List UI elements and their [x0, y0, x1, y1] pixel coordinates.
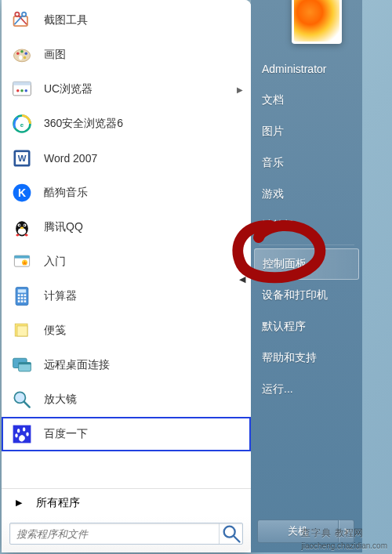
- program-label: 酷狗音乐: [44, 186, 245, 200]
- program-label: 360安全浏览器6: [44, 117, 245, 131]
- svg-text:K: K: [18, 186, 26, 199]
- svg-text:W: W: [18, 154, 27, 163]
- right-item-pictures[interactable]: 图片: [251, 116, 362, 147]
- program-label: UC浏览器: [44, 82, 237, 96]
- flower-icon: [294, 0, 339, 42]
- uc-icon: [9, 77, 34, 102]
- right-item-help[interactable]: 帮助和支持: [251, 342, 362, 374]
- svg-point-13: [16, 89, 20, 92]
- qq-icon: [9, 215, 34, 240]
- right-item-label: 设备和打印机: [262, 288, 328, 302]
- all-programs-button[interactable]: ▶ 所有程序: [2, 488, 251, 516]
- all-programs-label: 所有程序: [36, 496, 80, 510]
- search-button[interactable]: [219, 523, 242, 544]
- user-name-item[interactable]: Administrator: [251, 53, 362, 85]
- right-item-label: 游戏: [262, 187, 284, 201]
- magnifier-icon: [9, 387, 34, 412]
- svg-rect-39: [21, 297, 24, 299]
- svg-rect-42: [21, 300, 24, 302]
- program-item-rdp[interactable]: 远程桌面连接: [2, 348, 251, 382]
- right-item-games[interactable]: 游戏: [251, 179, 362, 210]
- program-item-notes[interactable]: 便笺: [2, 313, 251, 348]
- svg-rect-38: [18, 297, 20, 299]
- svg-point-27: [19, 225, 20, 226]
- right-item-music[interactable]: 音乐: [251, 147, 362, 179]
- calc-icon: [9, 284, 34, 309]
- program-item-baidu[interactable]: 百度一下: [2, 417, 251, 451]
- svg-line-57: [234, 537, 239, 542]
- program-label: 放大镜: [44, 393, 245, 407]
- svg-point-52: [17, 429, 20, 433]
- program-item-start[interactable]: 入门: [2, 244, 251, 279]
- svg-point-29: [20, 227, 24, 230]
- right-item-devices-printers[interactable]: 设备和打印机: [251, 280, 362, 311]
- program-item-paint[interactable]: 画图: [2, 38, 251, 72]
- right-item-label: 默认程序: [262, 320, 306, 334]
- svg-rect-48: [19, 363, 31, 365]
- paint-icon: [9, 42, 34, 67]
- program-label: 计算器: [44, 289, 245, 303]
- program-label: 腾讯QQ: [44, 220, 245, 234]
- program-item-360[interactable]: e360安全浏览器6: [2, 107, 251, 141]
- svg-point-6: [16, 53, 20, 56]
- svg-point-7: [20, 50, 24, 53]
- svg-point-10: [19, 55, 22, 60]
- program-item-magnifier[interactable]: 放大镜: [2, 382, 251, 417]
- search-box: [9, 523, 243, 545]
- program-label: 截图工具: [44, 13, 245, 27]
- watermark: 查字典 教程网 jiaocheng.chazidian.com: [301, 527, 387, 551]
- svg-rect-31: [14, 255, 29, 259]
- program-item-calc[interactable]: 计算器: [2, 279, 251, 313]
- right-item-documents[interactable]: 文档: [251, 85, 362, 116]
- svg-point-14: [20, 89, 24, 92]
- svg-point-28: [24, 225, 25, 226]
- svg-point-53: [23, 427, 26, 431]
- submenu-caret-icon: ◀: [239, 274, 245, 284]
- separator: [259, 244, 354, 245]
- user-picture[interactable]: [292, 0, 342, 44]
- snip-icon: [9, 8, 34, 33]
- chevron-right-icon: ▶: [237, 85, 245, 94]
- kugou-icon: K: [9, 180, 34, 205]
- right-item-computer[interactable]: 计算机: [251, 210, 362, 241]
- svg-rect-41: [18, 300, 20, 302]
- svg-text:e: e: [20, 121, 24, 129]
- program-item-kugou[interactable]: K酷狗音乐: [2, 176, 251, 210]
- program-label: Word 2007: [44, 152, 245, 165]
- program-item-word[interactable]: WWord 2007: [2, 141, 251, 176]
- right-item-run[interactable]: 运行...: [251, 374, 362, 405]
- recent-programs-list: 截图工具画图UC浏览器▶e360安全浏览器6WWord 2007K酷狗音乐腾讯Q…: [2, 3, 251, 485]
- program-label: 画图: [44, 48, 245, 62]
- program-item-qq[interactable]: 腾讯QQ: [2, 210, 251, 244]
- 360-icon: e: [9, 111, 34, 136]
- right-item-label: 文档: [262, 93, 284, 107]
- right-item-default-programs[interactable]: 默认程序: [251, 311, 362, 342]
- user-name-label: Administrator: [262, 63, 326, 75]
- start-menu: 截图工具画图UC浏览器▶e360安全浏览器6WWord 2007K酷狗音乐腾讯Q…: [2, 0, 251, 552]
- svg-rect-40: [24, 297, 27, 299]
- baidu-icon: [9, 422, 34, 447]
- right-panel: Administrator 文档图片音乐游戏计算机控制面板设备和打印机默认程序帮…: [251, 0, 362, 552]
- svg-point-54: [15, 433, 18, 437]
- search-input[interactable]: [10, 528, 219, 540]
- program-label: 百度一下: [44, 427, 245, 441]
- programs-panel: 截图工具画图UC浏览器▶e360安全浏览器6WWord 2007K酷狗音乐腾讯Q…: [2, 0, 251, 552]
- word-icon: W: [9, 146, 34, 171]
- rdp-icon: [9, 353, 34, 378]
- right-item-label: 控制面板: [263, 257, 307, 271]
- right-item-label: 帮助和支持: [262, 351, 317, 365]
- svg-rect-35: [18, 294, 20, 296]
- right-item-control-panel[interactable]: 控制面板: [254, 248, 359, 280]
- program-label: 入门: [44, 255, 245, 269]
- svg-point-15: [25, 89, 28, 92]
- svg-point-55: [26, 432, 29, 436]
- svg-rect-45: [17, 326, 27, 336]
- program-item-uc[interactable]: UC浏览器▶: [2, 72, 251, 107]
- program-label: 远程桌面连接: [44, 358, 245, 372]
- program-item-snip[interactable]: 截图工具: [2, 3, 251, 38]
- right-item-label: 图片: [262, 125, 284, 139]
- search-icon: [220, 523, 242, 545]
- program-label: 便笺: [44, 324, 245, 338]
- svg-point-9: [24, 56, 27, 60]
- start-icon: [9, 249, 34, 274]
